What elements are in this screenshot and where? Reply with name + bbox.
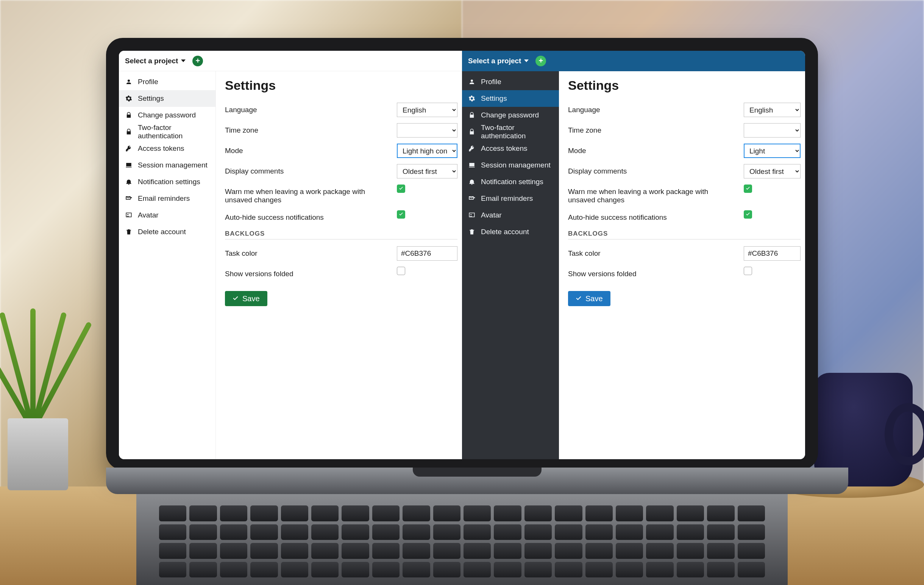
sidebar-item-two-factor-authentication[interactable]: Two-factor authentication <box>462 124 559 140</box>
sidebar-item-avatar[interactable]: Avatar <box>119 207 216 223</box>
section-backlogs: BACKLOGS <box>568 230 800 238</box>
caret-down-icon <box>181 59 186 62</box>
display-comments-select[interactable]: Oldest first <box>744 164 800 178</box>
label-language: Language <box>225 102 389 114</box>
sidebar-item-session-management[interactable]: Session management <box>119 157 216 174</box>
avatar-icon <box>468 212 476 219</box>
sidebar-item-change-password[interactable]: Change password <box>119 107 216 124</box>
divider <box>568 239 800 240</box>
save-button[interactable]: Save <box>568 291 610 306</box>
sidebar-item-label: Change password <box>481 111 539 119</box>
sidebar-item-settings[interactable]: Settings <box>119 90 216 107</box>
warn-unsaved-checkbox[interactable] <box>397 185 405 193</box>
warn-unsaved-checkbox[interactable] <box>744 185 752 193</box>
language-select[interactable]: English <box>397 102 457 117</box>
screen: Select a project + ProfileSettingsChange… <box>119 51 805 459</box>
keys <box>159 506 765 577</box>
row-timezone: Time zone <box>225 123 457 137</box>
row-auto-hide: Auto-hide success notifications <box>568 210 800 221</box>
auto-hide-checkbox[interactable] <box>744 210 752 219</box>
sidebar-item-label: Access tokens <box>138 144 185 153</box>
label-task-color: Task color <box>225 246 389 258</box>
svg-point-0 <box>127 214 129 215</box>
sidebar: ProfileSettingsChange passwordTwo-factor… <box>462 71 559 459</box>
page-title: Settings <box>225 78 457 93</box>
sidebar-item-access-tokens[interactable]: Access tokens <box>119 140 216 157</box>
sidebar-item-label: Profile <box>138 78 158 86</box>
sidebar-item-notification-settings[interactable]: Notification settings <box>462 174 559 190</box>
sidebar-item-label: Session management <box>481 161 551 169</box>
sidebar-item-profile[interactable]: Profile <box>119 73 216 90</box>
content: Settings Language English Time zone Mode… <box>559 71 805 459</box>
timezone-select[interactable] <box>397 123 457 137</box>
row-timezone: Time zone <box>568 123 800 137</box>
lock-icon <box>468 128 476 136</box>
sidebar-item-label: Delete account <box>481 228 529 236</box>
auto-hide-checkbox[interactable] <box>397 210 405 219</box>
topbar: Select a project + <box>119 51 462 71</box>
keyboard-deck <box>136 494 788 585</box>
sidebar-item-avatar[interactable]: Avatar <box>462 207 559 223</box>
versions-folded-checkbox[interactable] <box>744 267 752 275</box>
sidebar-item-change-password[interactable]: Change password <box>462 107 559 124</box>
project-selector[interactable]: Select a project <box>468 57 529 65</box>
sidebar-item-label: Two-factor authentication <box>481 124 553 140</box>
sidebar-item-delete-account[interactable]: Delete account <box>119 223 216 240</box>
mode-select[interactable]: Light high contrast <box>397 144 457 158</box>
task-color-input[interactable] <box>744 246 800 261</box>
add-project-button[interactable]: + <box>535 56 546 66</box>
row-versions-folded: Show versions folded <box>225 267 457 278</box>
sidebar-item-email-reminders[interactable]: Email reminders <box>119 190 216 207</box>
label-versions-folded: Show versions folded <box>225 267 389 278</box>
sidebar-item-label: Settings <box>481 94 507 102</box>
sidebar-item-session-management[interactable]: Session management <box>462 157 559 174</box>
sidebar-item-label: Email reminders <box>481 194 533 203</box>
save-button-label: Save <box>243 294 260 303</box>
person-icon <box>125 78 132 86</box>
sidebar-item-delete-account[interactable]: Delete account <box>462 223 559 240</box>
versions-folded-checkbox[interactable] <box>397 267 405 275</box>
plus-icon: + <box>196 56 200 65</box>
row-task-color: Task color <box>225 246 457 261</box>
sidebar-item-label: Email reminders <box>138 194 190 203</box>
pane-dark: Select a project + ProfileSettingsChange… <box>462 51 805 459</box>
sidebar-item-email-reminders[interactable]: Email reminders <box>462 190 559 207</box>
page-title: Settings <box>568 78 800 93</box>
pane-body: ProfileSettingsChange passwordTwo-factor… <box>462 71 805 459</box>
timezone-select[interactable] <box>744 123 800 137</box>
avatar-icon <box>125 212 132 219</box>
label-display-comments: Display comments <box>568 164 736 175</box>
topbar: Select a project + <box>462 51 805 71</box>
project-selector[interactable]: Select a project <box>125 57 186 65</box>
sidebar-item-two-factor-authentication[interactable]: Two-factor authentication <box>119 124 216 140</box>
lock-icon <box>125 111 132 119</box>
divider <box>225 239 457 240</box>
sidebar-item-label: Change password <box>138 111 196 119</box>
label-versions-folded: Show versions folded <box>568 267 736 278</box>
mail-out-icon <box>125 195 132 202</box>
add-project-button[interactable]: + <box>192 56 203 66</box>
lock-icon <box>125 128 132 136</box>
sidebar-item-settings[interactable]: Settings <box>462 90 559 107</box>
row-mode: Mode Light high contrast <box>225 144 457 158</box>
language-select[interactable]: English <box>744 102 800 117</box>
row-warn-unsaved: Warn me when leaving a work package with… <box>225 185 457 204</box>
label-auto-hide: Auto-hide success notifications <box>225 210 389 221</box>
save-button-label: Save <box>586 294 603 303</box>
row-versions-folded: Show versions folded <box>568 267 800 278</box>
row-display-comments: Display comments Oldest first <box>568 164 800 178</box>
sidebar-item-label: Notification settings <box>481 178 543 186</box>
screen-bezel: Select a project + ProfileSettingsChange… <box>106 38 818 470</box>
sidebar-item-profile[interactable]: Profile <box>462 73 559 90</box>
task-color-input[interactable] <box>397 246 457 261</box>
row-task-color: Task color <box>568 246 800 261</box>
display-comments-select[interactable]: Oldest first <box>397 164 457 178</box>
sidebar-item-label: Access tokens <box>481 144 528 153</box>
save-button[interactable]: Save <box>225 291 267 306</box>
sidebar-item-label: Notification settings <box>138 178 200 186</box>
sidebar-item-label: Settings <box>138 94 164 102</box>
sidebar-item-access-tokens[interactable]: Access tokens <box>462 140 559 157</box>
sidebar-item-notification-settings[interactable]: Notification settings <box>119 174 216 190</box>
row-language: Language English <box>568 102 800 117</box>
mode-select[interactable]: Light <box>744 144 800 158</box>
